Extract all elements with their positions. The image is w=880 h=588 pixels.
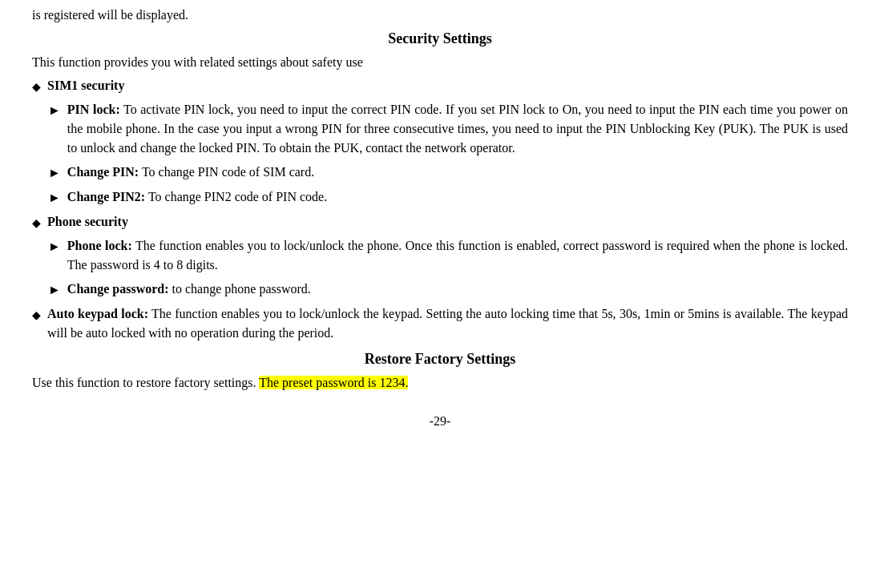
change-password-label: Change password: [67,282,169,296]
sim1-label: SIM1 security [47,79,124,92]
change-pin2-label: Change PIN2: [67,190,145,203]
diamond-icon-phone-security: ◆ [32,215,41,232]
list-item-change-pin: ► Change PIN: To change PIN code of SIM … [32,163,848,183]
change-pin-label: Change PIN: [67,165,139,179]
list-item-sim1: ◆ SIM1 security [32,76,848,95]
auto-keypad-label: Auto keypad lock: [47,307,148,320]
phone-security-label: Phone security [47,215,128,228]
list-item-auto-keypad: ◆ Auto keypad lock: The function enables… [32,304,848,343]
diamond-icon-sim1: ◆ [32,79,41,95]
list-item-change-pin2: ► Change PIN2: To change PIN2 code of PI… [32,187,848,207]
intro-line: is registered will be displayed. [32,8,848,22]
pin-lock-label: PIN lock: [67,103,120,116]
arrow-icon-phone-lock: ► [48,237,61,256]
diamond-icon-auto-keypad: ◆ [32,307,41,324]
change-password-content: to change phone password. [169,282,311,296]
security-settings-heading: Security Settings [32,30,848,47]
security-description: This function provides you with related … [32,55,848,70]
list-item-phone-security: ◆ Phone security [32,212,848,232]
arrow-icon-pin-lock: ► [48,101,61,120]
change-pin2-content: To change PIN2 code of PIN code. [145,190,327,203]
list-item-change-password: ► Change password: to change phone passw… [32,280,848,300]
restore-text-before: Use this function to restore factory set… [32,376,259,389]
page-number: -29- [32,414,848,429]
arrow-icon-change-password: ► [48,280,61,300]
auto-keypad-content: The function enables you to lock/unlock … [47,307,848,340]
highlighted-password-text: The preset password is 1234. [259,376,408,389]
change-pin-content: To change PIN code of SIM card. [139,165,314,179]
phone-lock-label: Phone lock: [67,239,132,252]
arrow-icon-change-pin2: ► [48,188,61,207]
phone-lock-content: The function enables you to lock/unlock … [67,239,848,272]
restore-description: Use this function to restore factory set… [32,376,848,390]
restore-section: Restore Factory Settings Use this functi… [32,351,848,390]
list-item-pin-lock: ► PIN lock: To activate PIN lock, you ne… [32,100,848,158]
list-item-phone-lock: ► Phone lock: The function enables you t… [32,236,848,275]
restore-settings-heading: Restore Factory Settings [32,351,848,368]
security-list: ◆ SIM1 security ► PIN lock: To activate … [32,76,848,343]
arrow-icon-change-pin: ► [48,163,61,183]
pin-lock-content: To activate PIN lock, you need to input … [67,103,848,155]
page-container: is registered will be displayed. Securit… [32,8,848,429]
